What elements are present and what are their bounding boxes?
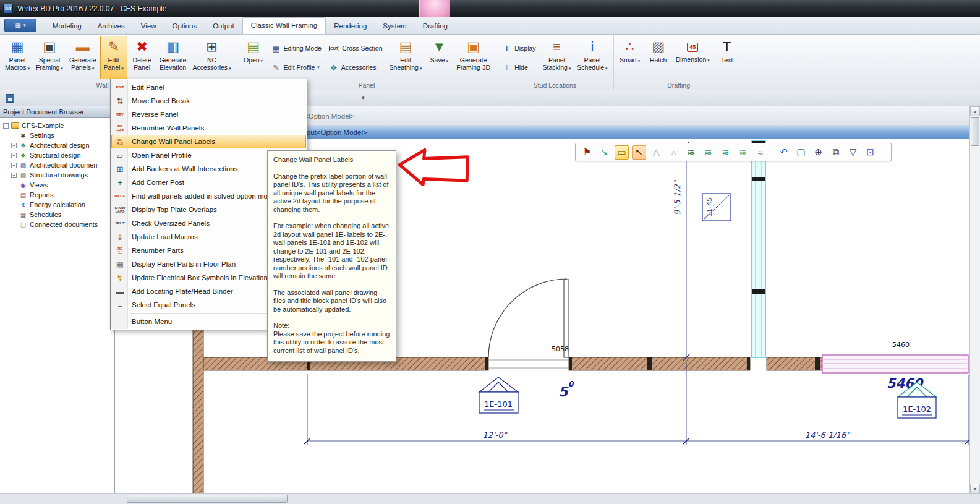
ribbon-button-edit-profile[interactable]: ✎Edit Profile▾	[268, 61, 325, 74]
tree-item-connected-documents[interactable]: ▢Connected documents	[11, 220, 114, 229]
fit-window-icon[interactable]: ⊡	[863, 145, 877, 160]
ribbon-button-hatch[interactable]: ▨Hatch	[645, 36, 672, 79]
app-icon: bd	[3, 4, 13, 14]
hatch-layer-icon-4[interactable]: ≋	[736, 145, 750, 160]
tree-item-structural-design[interactable]: +❖Structural design	[11, 150, 114, 160]
ribbon-button-accessories[interactable]: ❖Accessories	[326, 61, 386, 74]
tab-output[interactable]: Output	[205, 19, 242, 34]
zoom-extents-icon[interactable]: ↘	[597, 145, 611, 160]
edit-profile-label: Edit Profile	[284, 64, 315, 71]
ribbon-button-generate-elevation[interactable]: ▥GenerateElevation	[157, 36, 189, 79]
hatch-layer-icon-3[interactable]: ≋	[718, 145, 733, 160]
undo-icon[interactable]: ↶	[777, 145, 791, 160]
ribbon-button-dimension[interactable]: 45Dimension ▾	[673, 36, 712, 79]
ribbon-button-panel-schedule[interactable]: iPanelSchedule ▾	[574, 36, 610, 79]
tree-children: ✱Settings+❖Architectural design+❖Structu…	[9, 130, 114, 229]
panel-bar-options-chevron[interactable]: ▾	[362, 95, 365, 101]
vertical-scroll-thumb[interactable]	[971, 117, 979, 146]
tree-item-schedules[interactable]: ▦Schedules	[11, 210, 114, 220]
pin-icon[interactable]: ⚑	[580, 145, 594, 160]
ribbon-button-delete-panel[interactable]: ✖DeletePanel	[129, 36, 156, 79]
ribbon-button-special-framing[interactable]: ▣SpecialFraming ▾	[33, 36, 66, 79]
accessories-icon: ❖	[329, 63, 339, 72]
menu-item-label: Button Menu	[132, 318, 172, 325]
tab-options[interactable]: Options	[164, 19, 205, 34]
window-flag-11-45: 11-45	[702, 194, 731, 221]
scroll-down-arrow[interactable]: ▼	[970, 484, 980, 493]
ribbon-button-panel-stacking[interactable]: ≡PanelStacking ▾	[540, 36, 574, 79]
generate-panels-icon: ▬	[76, 38, 90, 56]
ribbon-button-save-panel[interactable]: ▼Save ▾	[425, 36, 453, 79]
polygon-dashed-icon[interactable]: ▵	[667, 145, 681, 160]
ribbon-group-row: ∴Smart ▾▨Hatch45Dimension ▾TText	[616, 36, 741, 79]
vertical-scrollbar[interactable]: ▲ ▼	[969, 106, 980, 493]
save-quick-button[interactable]	[6, 94, 14, 103]
expand-toggle[interactable]: +	[11, 143, 17, 148]
ribbon-button-panel-macros[interactable]: ▦PanelMacros ▾	[2, 36, 32, 79]
door	[488, 279, 569, 368]
nc-accessories-label: NCAccessories ▾	[192, 56, 231, 72]
tab-classic-wall-framing[interactable]: Classic Wall Framing	[242, 17, 326, 34]
spline-icon[interactable]: ≈	[753, 145, 767, 160]
copy-icon[interactable]: ⧉	[829, 145, 843, 160]
tab-archives[interactable]: Archives	[90, 19, 133, 34]
tree-item-architectural-design[interactable]: +❖Architectural design	[11, 140, 114, 150]
application-menu-button[interactable]: ▦▾	[4, 19, 36, 32]
tab-rendering[interactable]: Rendering	[326, 19, 375, 34]
polygon-icon[interactable]: △	[649, 145, 663, 160]
menu-item-renumber-wall-panels[interactable]: RE 1,2,3Renumber Wall Panels	[111, 121, 306, 135]
hide-studs-icon: ‖	[502, 63, 512, 72]
menu-item-edit-panel[interactable]: EDITEdit Panel	[111, 80, 306, 94]
tab-view[interactable]: View	[133, 19, 164, 34]
update-load-macros-icon: ⇓	[114, 233, 126, 242]
tab-system[interactable]: System	[375, 19, 414, 34]
tree-item-energy-calculation[interactable]: ↯Energy calculation	[11, 200, 114, 210]
ribbon-button-edit-sheathing[interactable]: ▤EditSheathing ▾	[387, 36, 425, 79]
ribbon-button-nc-accessories[interactable]: ⊞NCAccessories ▾	[190, 36, 233, 79]
zoom-icon[interactable]: ⊕	[811, 145, 825, 160]
marquee-icon[interactable]: ▢	[794, 145, 808, 160]
add-backers-at-wall-intersections-icon: ⊞	[114, 164, 126, 174]
tree-item-reports[interactable]: ▤Reports	[11, 190, 114, 200]
ribbon-button-editing-mode[interactable]: ▦Editing Mode	[268, 41, 325, 55]
panel-schedule-icon: i	[591, 38, 594, 56]
hatch-layer-icon-2[interactable]: ≋	[701, 145, 715, 160]
ribbon-tabs: ModelingArchivesViewOptionsOutputClassic…	[45, 17, 456, 34]
ribbon-button-open-panel[interactable]: ▤Open ▾	[240, 36, 267, 79]
tree-item-architectural-documen[interactable]: +▤Architectural documen	[11, 160, 114, 170]
ribbon-button-hide-studs[interactable]: ‖Hide	[499, 61, 539, 74]
ribbon-button-edit-panel[interactable]: ✎EditPanel ▾	[100, 36, 127, 79]
expand-toggle[interactable]: +	[11, 173, 17, 178]
scroll-up-arrow[interactable]: ▲	[970, 106, 980, 116]
tree-item-structural-drawings[interactable]: +▤Structural drawings	[11, 170, 114, 180]
window-titlebar: bd Vertex BD Pro 2016 / 22.0.07 - CFS-Ex…	[0, 0, 980, 17]
menu-item-move-panel-break[interactable]: ⇅Move Panel Break	[111, 94, 306, 108]
tree-item-settings[interactable]: ✱Settings	[11, 130, 114, 140]
filter-icon[interactable]: ▽	[846, 145, 860, 160]
menu-item-label: Add Locating Plate/Head Binder	[132, 288, 233, 295]
ribbon-button-smart[interactable]: ∴Smart ▾	[616, 36, 644, 79]
menu-item-change-wall-panel-labels[interactable]: RE A,BChange Wall Panel Labels	[111, 135, 306, 148]
measure-icon[interactable]: ▭	[615, 145, 629, 160]
ribbon-button-cross-section[interactable]: CUTCross Section	[326, 41, 386, 55]
ribbon-button-generate-panels[interactable]: ▬GeneratePanels ▾	[67, 36, 99, 79]
root-collapse-toggle[interactable]: −	[3, 123, 9, 129]
tab-modeling[interactable]: Modeling	[45, 19, 90, 34]
tab-drafting[interactable]: Drafting	[415, 19, 456, 34]
tree-root-cfs-example[interactable]: − CFS-Example	[3, 121, 114, 130]
display-studs-icon: ‖	[502, 44, 512, 53]
menu-item-reverse-panel[interactable]: REVReverse Panel	[111, 108, 306, 121]
expand-toggle[interactable]: +	[11, 153, 17, 158]
door-width-sup: 0	[568, 380, 574, 388]
tree-item-label: Energy calculation	[30, 201, 85, 208]
tooltip-paragraph: For example: when changing all active 2d…	[273, 222, 390, 281]
horizontal-scroll-thumb[interactable]	[127, 495, 288, 503]
select-cursor-icon[interactable]: ↖	[632, 145, 646, 160]
expand-toggle[interactable]: +	[11, 163, 17, 168]
ribbon-button-generate-framing-3d[interactable]: ▣GenerateFraming 3D	[454, 36, 493, 79]
hatch-layer-icon-1[interactable]: ≋	[684, 145, 698, 160]
ribbon-button-text-tool[interactable]: TText	[714, 36, 741, 79]
tree-item-views[interactable]: ◉Views	[11, 180, 114, 190]
tree-item-label: Architectural documen	[30, 161, 97, 169]
ribbon-button-display-studs[interactable]: ‖Display	[499, 41, 539, 55]
